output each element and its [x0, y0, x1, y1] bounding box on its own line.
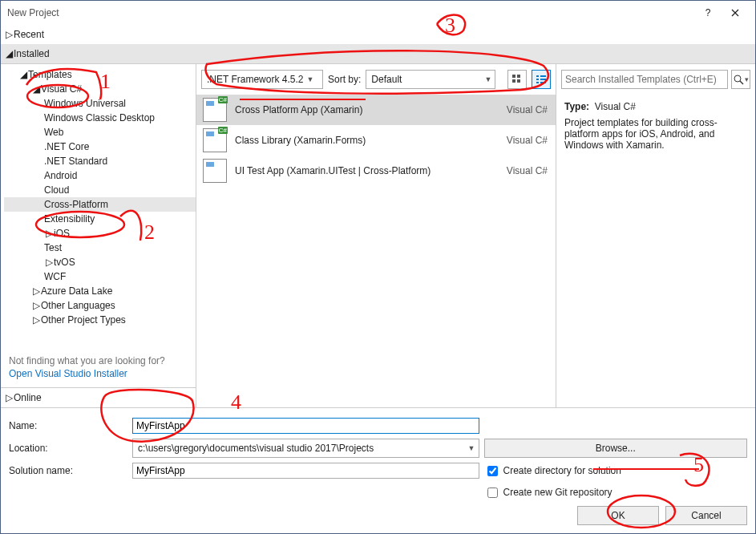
svg-line-11 — [740, 81, 743, 84]
chevron-down-icon: ◢ — [31, 82, 41, 96]
template-name: UI Test App (Xamarin.UITest | Cross-Plat… — [235, 165, 499, 176]
template-name: Class Library (Xamarin.Forms) — [235, 135, 499, 146]
chevron-right-icon: ▷ — [44, 226, 54, 241]
bottom-form: Name: Location: c:\users\gregory\documen… — [1, 407, 755, 533]
tree-item[interactable]: ▷tvOS — [4, 255, 196, 269]
create-git-check[interactable] — [487, 487, 498, 498]
tree-item-label: Extensibility — [44, 212, 95, 226]
chevron-down-icon: ▼ — [484, 75, 491, 83]
tree-item-label: WCF — [44, 269, 66, 284]
window-title: New Project — [7, 7, 694, 18]
location-value: c:\users\gregory\documents\visual studio… — [138, 443, 465, 454]
location-label: Location: — [9, 443, 127, 454]
cancel-label: Cancel — [691, 510, 721, 521]
svg-rect-4 — [536, 75, 539, 77]
template-item-selected[interactable]: C# Cross Platform App (Xamarin) Visual C… — [196, 95, 556, 125]
chevron-right-icon: ▷ — [31, 284, 41, 298]
tree-item-label: Cross-Platform — [44, 197, 108, 212]
tree-item[interactable]: ▷Other Languages — [4, 298, 196, 313]
tree-item[interactable]: .NET Standard — [4, 154, 196, 168]
tree-item[interactable]: ▷iOS — [4, 226, 196, 241]
open-installer-link[interactable]: Open Visual Studio Installer — [1, 368, 196, 387]
name-input[interactable] — [132, 418, 479, 434]
create-git-checkbox[interactable]: Create new Git repository — [484, 485, 748, 500]
right-pane: Search Installed Templates (Ctrl+E) ▾ Ty… — [556, 64, 755, 407]
framework-value: .NET Framework 4.5.2 — [207, 74, 303, 85]
tree-item[interactable]: Windows Universal — [4, 96, 196, 111]
view-medium-icons[interactable] — [507, 70, 527, 89]
grid-icon — [512, 75, 522, 84]
svg-rect-1 — [517, 75, 520, 78]
tree-item-label: Windows Classic Desktop — [44, 111, 155, 125]
view-small-icons[interactable] — [532, 70, 551, 89]
center-pane: .NET Framework 4.5.2 ▼ Sort by: Default … — [196, 64, 556, 407]
template-item[interactable]: UI Test App (Xamarin.UITest | Cross-Plat… — [196, 156, 556, 186]
template-list[interactable]: C# Cross Platform App (Xamarin) Visual C… — [196, 95, 556, 407]
chevron-right-icon: ▷ — [4, 29, 14, 40]
tree-item[interactable]: ▷Other Project Types — [4, 313, 196, 327]
chevron-right-icon: ▷ — [44, 255, 54, 269]
tree-item-label: Other Project Types — [41, 313, 126, 327]
tree-item-label: tvOS — [54, 255, 75, 269]
tree-item[interactable]: WCF — [4, 269, 196, 284]
chevron-down-icon: ▼ — [306, 75, 313, 83]
svg-rect-3 — [517, 79, 520, 83]
tree-item[interactable]: ▷Azure Data Lake — [4, 284, 196, 298]
search-button[interactable]: ▾ — [731, 70, 750, 89]
svg-rect-0 — [512, 75, 515, 78]
chevron-down-icon: ◢ — [18, 67, 28, 82]
chevron-down-icon: ▼ — [468, 444, 475, 452]
tree-label: Visual C# — [41, 82, 82, 96]
chevron-right-icon: ▷ — [31, 298, 41, 313]
section-installed-label: Installed — [14, 48, 50, 59]
tree-item[interactable]: Windows Classic Desktop — [4, 111, 196, 125]
template-item[interactable]: C# Class Library (Xamarin.Forms) Visual … — [196, 125, 556, 156]
svg-rect-6 — [536, 79, 539, 80]
tree-visual-csharp[interactable]: ◢ Visual C# — [4, 82, 196, 96]
template-lang: Visual C# — [507, 135, 548, 146]
tree-item[interactable]: Web — [4, 125, 196, 140]
info-panel: Type: Visual C# Project templates for bu… — [556, 95, 755, 157]
section-installed[interactable]: ◢ Installed — [1, 44, 755, 63]
section-online[interactable]: ▷ Online — [1, 387, 196, 407]
tree-item[interactable]: .NET Core — [4, 140, 196, 154]
solution-name-input[interactable] — [132, 463, 479, 479]
tree-item-cross-platform[interactable]: Cross-Platform — [4, 197, 196, 212]
close-button[interactable] — [722, 4, 749, 22]
ok-button[interactable]: OK — [577, 506, 659, 525]
tree-item-label: Web — [44, 125, 63, 140]
search-icon — [734, 75, 744, 85]
tree-templates[interactable]: ◢ Templates — [4, 67, 196, 82]
info-type-label: Type: — [564, 101, 589, 112]
cancel-button[interactable]: Cancel — [665, 506, 747, 525]
ok-label: OK — [611, 510, 625, 521]
chevron-down-icon: ▾ — [745, 75, 749, 83]
tree-item-label: Other Languages — [41, 298, 115, 313]
tree-item[interactable]: Cloud — [4, 183, 196, 197]
tree-item[interactable]: Android — [4, 168, 196, 183]
section-online-label: Online — [14, 392, 42, 403]
framework-combo[interactable]: .NET Framework 4.5.2 ▼ — [201, 70, 323, 89]
create-dir-check[interactable] — [487, 466, 498, 476]
templates-tree[interactable]: ◢ Templates ◢ Visual C# Windows Universa… — [1, 67, 196, 350]
tree-item[interactable]: Extensibility — [4, 212, 196, 226]
tree-item-label: iOS — [54, 226, 70, 241]
tree-item[interactable]: Test — [4, 241, 196, 255]
svg-rect-7 — [540, 79, 546, 80]
search-input[interactable]: Search Installed Templates (Ctrl+E) — [561, 70, 728, 89]
template-icon: C# — [203, 98, 227, 122]
browse-button[interactable]: Browse... — [484, 439, 748, 458]
location-combo[interactable]: c:\users\gregory\documents\visual studio… — [132, 439, 479, 458]
solution-name-label: Solution name: — [9, 465, 127, 476]
sortby-combo[interactable]: Default ▼ — [366, 70, 495, 89]
template-icon — [203, 159, 227, 183]
svg-rect-5 — [540, 75, 546, 77]
close-icon — [731, 9, 739, 17]
tree-item-label: Azure Data Lake — [41, 284, 112, 298]
sortby-value: Default — [371, 74, 481, 85]
chevron-right-icon: ▷ — [31, 313, 41, 327]
help-button[interactable]: ? — [694, 4, 722, 22]
create-dir-checkbox[interactable]: Create directory for solution — [484, 463, 748, 479]
create-dir-label: Create directory for solution — [503, 465, 621, 476]
section-recent[interactable]: ▷ Recent — [1, 25, 755, 44]
